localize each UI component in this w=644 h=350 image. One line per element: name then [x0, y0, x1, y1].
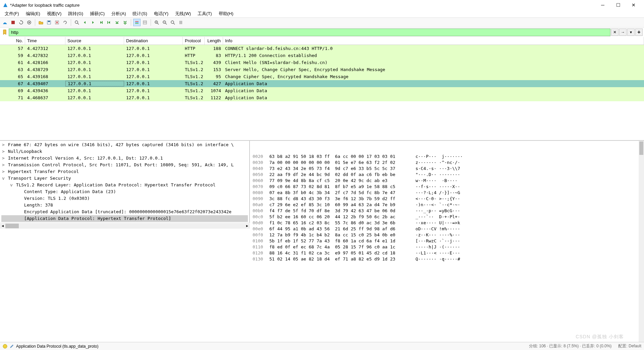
- tree-item[interactable]: > Hypertext Transfer Protocol: [1, 168, 248, 175]
- svg-point-2: [29, 22, 30, 23]
- hex-line[interactable]: 0110f8 ed 0f ef ec 68 7c 4a 05 28 15 7f …: [253, 244, 641, 250]
- filter-bar: ✕ → ▾ +: [0, 27, 644, 37]
- open-file-icon[interactable]: [37, 19, 45, 26]
- menu-item[interactable]: 无线(W): [172, 10, 194, 17]
- packet-bytes-pane[interactable]: 002063 b8 a2 91 50 18 03 ff 6a cc 00 00 …: [250, 141, 644, 342]
- hex-line[interactable]: 00b0f4 f7 de 5f fd 70 df 8e 3d 79 42 63 …: [253, 208, 641, 214]
- hex-line[interactable]: 00e06f 44 95 a1 0b ad 43 56 21 6d 25 ff …: [253, 226, 641, 232]
- expert-info-icon[interactable]: [3, 344, 7, 349]
- packet-row[interactable]: 634.438729127.0.0.1127.0.0.1TLSv1.2153Se…: [0, 66, 644, 73]
- packet-details-pane[interactable]: > Frame 67: 427 bytes on wire (3416 bits…: [0, 141, 250, 223]
- go-back-icon[interactable]: [81, 19, 89, 26]
- status-profile-text[interactable]: 配置: Default: [618, 343, 641, 349]
- column-header[interactable]: Time: [25, 37, 65, 45]
- close-button[interactable]: ✕: [626, 0, 641, 10]
- packet-list-header: No.TimeSourceDestinationProtocolLengthIn…: [0, 37, 644, 45]
- go-to-packet-icon[interactable]: [97, 19, 105, 26]
- packet-row[interactable]: 614.428166127.0.0.1127.0.0.1TLSv1.2439Cl…: [0, 59, 644, 66]
- menu-item[interactable]: 帮助(H): [215, 10, 237, 17]
- hex-line[interactable]: 013051 02 14 05 ae 82 18 d4 ef 71 a8 82 …: [253, 256, 641, 262]
- stop-capture-icon[interactable]: [9, 19, 17, 26]
- hex-scrollbar[interactable]: [639, 141, 644, 342]
- coloring-rules-icon[interactable]: [141, 19, 149, 26]
- menu-item[interactable]: 工具(T): [194, 10, 215, 17]
- tree-item[interactable]: Length: 378: [1, 202, 248, 209]
- find-packet-icon[interactable]: [73, 19, 80, 26]
- zoom-out-icon[interactable]: [161, 19, 168, 26]
- menu-item[interactable]: 编辑(E): [22, 10, 44, 17]
- maximize-button[interactable]: ☐: [610, 0, 626, 10]
- go-last-icon[interactable]: [113, 19, 121, 26]
- packet-row[interactable]: 654.439168127.0.0.1127.0.0.1TLSv1.295Cha…: [0, 73, 644, 80]
- hex-line[interactable]: 012088 16 4c 31 f1 02 ca 3c e9 97 05 01 …: [253, 250, 641, 256]
- column-header[interactable]: Length: [205, 37, 223, 45]
- tree-item[interactable]: v TLSv1.2 Record Layer: Application Data…: [1, 182, 248, 188]
- edit-icon[interactable]: [9, 344, 14, 349]
- close-file-icon[interactable]: [53, 19, 61, 26]
- tree-item[interactable]: Encrypted Application Data [truncated]: …: [1, 209, 248, 215]
- hex-line[interactable]: 00903c 88 fc d8 43 d3 30 f3 3e f6 12 3b …: [253, 196, 641, 202]
- bookmark-icon[interactable]: [1, 28, 8, 36]
- menu-item[interactable]: 视图(V): [44, 10, 65, 17]
- shark-fin-icon[interactable]: [1, 19, 9, 26]
- column-header[interactable]: No.: [0, 37, 25, 45]
- tree-item[interactable]: v Transport Layer Security: [1, 175, 248, 182]
- packet-row[interactable]: 694.439436127.0.0.1127.0.0.1TLSv1.21074A…: [0, 87, 644, 94]
- menu-item[interactable]: 捕获(C): [87, 10, 108, 17]
- go-forward-icon[interactable]: [89, 19, 97, 26]
- packet-row[interactable]: 714.468637127.0.0.1127.0.0.1TLSv1.21122A…: [0, 94, 644, 101]
- tree-item[interactable]: > Transmission Control Protocol, Src Por…: [1, 162, 248, 168]
- hex-line[interactable]: 00f012 7a b9 f9 4b 1c b4 b2 8a cc 15 c0 …: [253, 232, 641, 238]
- display-filter-input[interactable]: [9, 28, 610, 36]
- packet-row[interactable]: 674.439407127.0.0.1127.0.0.1TLSv1.2427Ap…: [0, 80, 644, 87]
- tree-item[interactable]: [Application Data Protocol: Hypertext Tr…: [1, 215, 248, 222]
- hex-line[interactable]: 005022 aa f9 df 2e 44 bc 9d 02 dd 0f aa …: [253, 172, 641, 178]
- hex-line[interactable]: 00307a 00 00 00 00 00 00 00 01 5e e7 6e …: [253, 160, 641, 166]
- capture-options-icon[interactable]: [25, 19, 33, 26]
- separator: [35, 19, 35, 26]
- hex-line[interactable]: 006077 09 9e 4d 8b 8a cf c5 20 0e 42 9c …: [253, 178, 641, 184]
- resize-columns-icon[interactable]: [177, 19, 184, 26]
- hex-line[interactable]: 004073 e2 43 34 2e 05 73 f4 9d c7 e6 33 …: [253, 166, 641, 172]
- minimize-button[interactable]: ─: [595, 0, 610, 10]
- hex-line[interactable]: 01005b 1f eb 1f 52 77 7a 43 f8 60 1a cd …: [253, 238, 641, 244]
- tree-item[interactable]: Content Type: Application Data (23): [1, 188, 248, 195]
- column-header[interactable]: Info: [223, 37, 644, 45]
- column-header[interactable]: Destination: [124, 37, 183, 45]
- titlebar: *Adapter for loopback traffic capture ─ …: [0, 0, 644, 10]
- tree-item[interactable]: Version: TLS 1.2 (0x0303): [1, 195, 248, 202]
- add-filter-button[interactable]: +: [635, 28, 643, 36]
- zoom-reset-icon[interactable]: [169, 19, 176, 26]
- packet-row[interactable]: 594.427832127.0.0.1127.0.0.1HTTP83HTTP/1…: [0, 52, 644, 59]
- colorize-packets-icon[interactable]: [133, 19, 141, 26]
- details-scrollbar[interactable]: ◄►: [0, 223, 250, 229]
- menu-item[interactable]: 文件(F): [1, 10, 22, 17]
- tree-arrow-icon: >: [1, 162, 5, 168]
- save-file-icon[interactable]: [45, 19, 53, 26]
- tree-item[interactable]: > Null/Loopback: [1, 148, 248, 155]
- packet-row[interactable]: 574.427312127.0.0.1127.0.0.1HTTP188CONNE…: [0, 45, 644, 52]
- hex-line[interactable]: 002063 b8 a2 91 50 18 03 ff 6a cc 00 00 …: [253, 154, 641, 160]
- auto-scroll-icon[interactable]: [121, 19, 129, 26]
- tree-item[interactable]: > Frame 67: 427 bytes on wire (3416 bits…: [1, 141, 248, 148]
- column-header[interactable]: Protocol: [183, 37, 205, 45]
- menu-item[interactable]: 统计(S): [129, 10, 150, 17]
- menu-item[interactable]: 跳转(G): [65, 10, 87, 17]
- filter-history-icon[interactable]: ▾: [627, 28, 635, 36]
- clear-filter-icon[interactable]: ✕: [611, 28, 619, 36]
- reload-icon[interactable]: [61, 19, 69, 26]
- menu-item[interactable]: 电话(Y): [151, 10, 172, 17]
- hex-line[interactable]: 008007 ea 8b 3f b0 4c 3b 34 2f c7 7d 5d …: [253, 190, 641, 196]
- apply-filter-icon[interactable]: →: [619, 28, 627, 36]
- restart-capture-icon[interactable]: [17, 19, 25, 26]
- column-header[interactable]: Source: [65, 37, 124, 45]
- tree-item[interactable]: > Internet Protocol Version 4, Src: 127.…: [1, 155, 248, 162]
- packet-list-body[interactable]: 574.427312127.0.0.1127.0.0.1HTTP188CONNE…: [0, 45, 644, 140]
- zoom-in-icon[interactable]: [153, 19, 160, 26]
- go-first-icon[interactable]: [105, 19, 113, 26]
- hex-line[interactable]: 00d0f1 0c 78 65 16 c2 03 8c 55 7c 86 d0 …: [253, 220, 641, 226]
- hex-line[interactable]: 00a0c7 29 6e e2 ef 85 3c 10 60 99 a4 63 …: [253, 202, 641, 208]
- menu-item[interactable]: 分析(A): [108, 10, 129, 17]
- hex-line[interactable]: 007009 c0 66 87 73 02 8d 81 8f b7 e5 a9 …: [253, 184, 641, 190]
- hex-line[interactable]: 00c05f b2 ee 16 60 cc 06 20 44 12 2b f9 …: [253, 214, 641, 220]
